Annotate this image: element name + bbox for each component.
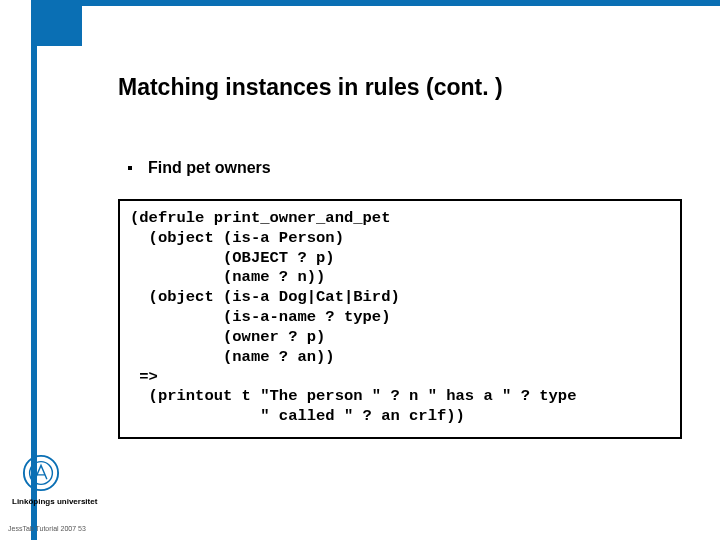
top-accent-bar (0, 0, 720, 6)
slide-title: Matching instances in rules (cont. ) (118, 74, 698, 101)
linkoping-seal-icon (22, 454, 60, 492)
bullet-item: Find pet owners (128, 159, 698, 177)
footer-source: JessTab Tutorial 2007 (8, 525, 76, 532)
university-name: Linköpings universitet (12, 497, 97, 506)
footer-page-number: 53 (78, 525, 86, 532)
sidebar-top-block (31, 0, 82, 46)
code-block: (defrule print_owner_and_pet (object (is… (118, 199, 682, 439)
bullet-dot-icon (128, 166, 132, 170)
slide-content: Matching instances in rules (cont. ) Fin… (118, 74, 698, 439)
bullet-text: Find pet owners (148, 159, 271, 177)
